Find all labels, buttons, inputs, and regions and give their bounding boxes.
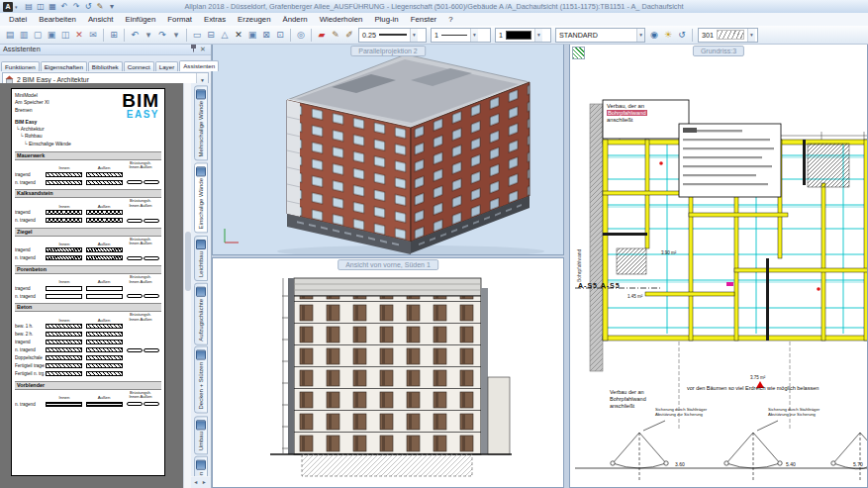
line-tool-icon[interactable]: ▭ (191, 29, 204, 42)
delete-document-icon[interactable]: ✕ (73, 29, 86, 42)
plan-window-hatch-icon[interactable] (572, 47, 585, 59)
wall-style-row-fertigteil-tragend[interactable]: Fertigteil tragend (15, 362, 161, 370)
viewport-3d[interactable]: Parallelprojektion 2 (212, 44, 564, 255)
wall-style-row-tragend[interactable]: tragend (15, 209, 161, 217)
parapet-aussen[interactable] (144, 256, 159, 260)
assistant-canvas[interactable]: MiniModel Am Speicher XI Bremen BIM Easy… (0, 83, 183, 488)
menu-wiederholen[interactable]: Wiederholen (314, 13, 369, 26)
wall-hatch-aussen[interactable] (86, 371, 123, 376)
layout-3-icon[interactable]: ⊡ (274, 29, 287, 42)
wall-style-row-doppelschale[interactable]: Doppelschale (15, 354, 161, 362)
viewport-elevation[interactable]: Ansicht von vorne, Süden 1 (212, 257, 564, 488)
project-navigator-icon[interactable]: ▥ (18, 29, 31, 42)
allplan-logo-icon[interactable]: A (3, 2, 13, 12)
wall-hatch-innen[interactable] (46, 247, 82, 252)
tab-connect[interactable]: Connect (124, 61, 154, 71)
wall-hatch-aussen[interactable] (86, 347, 123, 352)
tools-icon[interactable]: ✎ (95, 1, 106, 12)
format-paint-icon[interactable]: ▰ (316, 29, 329, 42)
wall-hatch-innen[interactable] (46, 180, 82, 185)
parapet-innen[interactable] (127, 256, 143, 260)
viewport-3d-label[interactable]: Parallelprojektion 2 (350, 46, 426, 56)
parallel-lines-icon[interactable]: ⊟ (205, 29, 218, 42)
wall-hatch-innen[interactable] (46, 355, 82, 360)
wall-hatch-innen[interactable] (46, 172, 82, 177)
menu-format[interactable]: Format (161, 13, 198, 26)
wall-hatch-aussen[interactable] (86, 247, 123, 252)
group-tab-holz-treppen[interactable]: Holz Treppen (194, 456, 208, 476)
group-tab-decken-st-tzen[interactable]: Decken + Stützen (194, 346, 208, 414)
pen-thickness-select[interactable]: 0.25▾ (358, 28, 427, 43)
undo-quick-icon[interactable]: ↶ (59, 1, 70, 12)
comment-icon[interactable]: ✉ (87, 29, 100, 42)
line-type-select[interactable]: 1▾ (431, 28, 491, 43)
wall-style-row-tragend[interactable]: tragend (15, 246, 161, 254)
group-tab-umbau[interactable]: Umbau (194, 416, 208, 454)
parapet-aussen[interactable] (144, 180, 159, 184)
copy-document-icon[interactable]: ▣ (46, 29, 58, 42)
wall-hatch-aussen[interactable] (86, 286, 123, 291)
menu-help[interactable]: ? (442, 13, 458, 26)
line-color-caret-icon[interactable]: ▾ (534, 29, 542, 42)
group-tab-einschalige-w-nde[interactable]: Einschalige Wände (194, 162, 208, 233)
pick-style-icon[interactable]: ✐ (343, 29, 356, 42)
bulb-icon[interactable]: ☀ (662, 29, 675, 42)
menu-ndern[interactable]: Ändern (276, 13, 313, 26)
wall-hatch-aussen[interactable] (86, 172, 123, 177)
triangle-tool-icon[interactable]: △ (219, 29, 232, 42)
tab-eigenschaften[interactable]: Eigenschaften (41, 61, 87, 71)
link-icon[interactable]: ◉ (648, 29, 661, 42)
menu-bearbeiten[interactable]: Bearbeiten (33, 13, 82, 26)
more-icon[interactable]: ▾ (107, 1, 118, 12)
wall-style-row-tragend[interactable]: tragend (15, 339, 161, 346)
wall-hatch-innen[interactable] (46, 402, 82, 407)
layer-select[interactable]: STANDARD▾ (555, 28, 645, 43)
print-icon[interactable]: ▦ (48, 1, 58, 12)
wall-style-row-n-tragend[interactable]: n. tragend (15, 400, 161, 408)
wall-hatch-aussen[interactable] (86, 180, 123, 185)
tab-bibliothek[interactable]: Bibliothek (88, 61, 123, 71)
tab-funktionen[interactable]: Funktionen (1, 61, 40, 71)
surface-pattern-select[interactable]: 301▾ (698, 28, 758, 43)
save-icon[interactable]: ◫ (59, 29, 72, 42)
undo-icon[interactable]: ↶ (129, 29, 142, 42)
wall-hatch-aussen[interactable] (86, 324, 123, 329)
wall-style-row-bew-2-h[interactable]: bew. 2 h. (15, 331, 161, 339)
reset-icon[interactable]: ↺ (676, 29, 689, 42)
logo-caret-icon[interactable]: ▾ (15, 4, 18, 10)
new-document-icon[interactable]: ▢ (32, 29, 45, 42)
refresh-icon[interactable]: ↺ (83, 1, 94, 12)
wall-style-row-bew-1-h[interactable]: bew. 1 h. (15, 323, 161, 331)
wall-hatch-innen[interactable] (46, 332, 82, 337)
open-project-icon[interactable]: ▤ (4, 29, 17, 42)
wall-hatch-innen[interactable] (46, 324, 82, 329)
wall-hatch-innen[interactable] (46, 294, 82, 299)
pen-thickness-caret-icon[interactable]: ▾ (410, 29, 418, 42)
wall-hatch-innen[interactable] (46, 347, 82, 352)
parapet-innen[interactable] (127, 180, 143, 184)
wall-hatch-aussen[interactable] (86, 255, 123, 260)
window-manager-icon[interactable]: ⊞ (108, 29, 121, 42)
undo-caret-icon[interactable]: ▾ (143, 29, 155, 42)
wall-style-row-tragend[interactable]: tragend (15, 284, 161, 292)
parapet-innen[interactable] (127, 348, 143, 352)
save-icon[interactable]: ◫ (36, 1, 47, 12)
group-tab-mehrschalige-w-nde[interactable]: Mehrschalige Wände (194, 85, 208, 160)
line-color-select[interactable]: 1▾ (495, 28, 551, 43)
viewport-plan-label[interactable]: Grundriss:3 (693, 46, 744, 56)
wall-hatch-aussen[interactable] (86, 363, 123, 368)
menu-ansicht[interactable]: Ansicht (82, 13, 120, 26)
surface-caret-icon[interactable]: ▾ (747, 29, 755, 42)
line-type-caret-icon[interactable]: ▾ (470, 29, 478, 42)
parapet-aussen[interactable] (144, 219, 159, 223)
wall-style-row-n-tragend[interactable]: n. tragend (15, 178, 161, 186)
parapet-innen[interactable] (127, 219, 143, 223)
menu-plug-in[interactable]: Plug-in (368, 13, 404, 26)
layout-2-icon[interactable]: ⊠ (260, 29, 273, 42)
redo-quick-icon[interactable]: ↷ (71, 1, 82, 12)
parapet-innen[interactable] (127, 294, 143, 298)
viewport-plan[interactable]: Verbau, der an Bohrpfahlwand anschließt … (569, 44, 868, 488)
layer-caret-icon[interactable]: ▾ (636, 29, 644, 42)
wall-hatch-innen[interactable] (46, 218, 82, 223)
pin-icon[interactable] (188, 44, 198, 55)
